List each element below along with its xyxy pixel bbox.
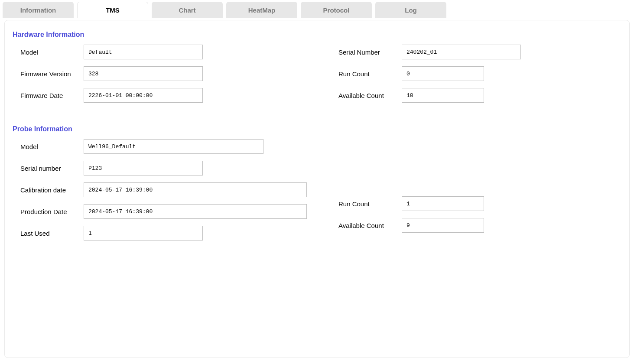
probe-serial-number-label: Serial number <box>20 165 84 172</box>
probe-available-count-row: Available Count 9 <box>338 218 611 233</box>
tab-chart[interactable]: Chart <box>152 2 223 18</box>
probe-columns: Model Well96_Default Serial number P123 … <box>13 139 621 247</box>
hardware-serial-number-row: Serial Number 240202_01 <box>338 45 611 59</box>
hardware-firmware-date-row: Firmware Date 2226-01-01 00:00:00 <box>20 88 333 103</box>
probe-calibration-date-label: Calibration date <box>20 186 84 194</box>
hardware-firmware-date-field[interactable]: 2226-01-01 00:00:00 <box>84 88 203 103</box>
probe-model-field[interactable]: Well96_Default <box>84 139 263 154</box>
probe-serial-number-row: Serial number P123 <box>20 161 333 176</box>
probe-model-row: Model Well96_Default <box>20 139 333 154</box>
hardware-firmware-version-row: Firmware Version 328 <box>20 66 333 81</box>
hardware-serial-number-field[interactable]: 240202_01 <box>402 45 521 59</box>
hardware-available-count-label: Available Count <box>338 92 402 99</box>
probe-production-date-label: Production Date <box>20 208 84 215</box>
tab-heatmap[interactable]: HeatMap <box>226 2 297 18</box>
probe-model-label: Model <box>20 143 84 150</box>
hardware-available-count-field[interactable]: 10 <box>402 88 484 103</box>
probe-last-used-label: Last Used <box>20 230 84 237</box>
tab-log[interactable]: Log <box>375 2 446 18</box>
probe-calibration-date-row: Calibration date 2024-05-17 16:39:00 <box>20 182 333 197</box>
probe-production-date-field[interactable]: 2024-05-17 16:39:00 <box>84 204 307 219</box>
hardware-available-count-row: Available Count 10 <box>338 88 611 103</box>
probe-run-count-field[interactable]: 1 <box>402 196 484 211</box>
hardware-columns: Model Default Firmware Version 328 Firmw… <box>13 45 621 110</box>
probe-last-used-field[interactable]: 1 <box>84 226 203 240</box>
content-panel: Hardware Information Model Default Firmw… <box>4 20 630 358</box>
probe-last-used-row: Last Used 1 <box>20 226 333 240</box>
tab-bar: Information TMS Chart HeatMap Protocol L… <box>0 0 634 18</box>
probe-calibration-date-field[interactable]: 2024-05-17 16:39:00 <box>84 182 307 197</box>
tab-protocol[interactable]: Protocol <box>301 2 372 18</box>
probe-section-title: Probe Information <box>13 125 621 133</box>
probe-available-count-field[interactable]: 9 <box>402 218 484 233</box>
hardware-run-count-field[interactable]: 0 <box>402 66 484 81</box>
probe-run-count-label: Run Count <box>338 200 402 208</box>
probe-serial-number-field[interactable]: P123 <box>84 161 203 176</box>
hardware-firmware-version-field[interactable]: 328 <box>84 66 203 81</box>
tab-tms[interactable]: TMS <box>77 2 148 18</box>
hardware-model-field[interactable]: Default <box>84 45 203 59</box>
hardware-firmware-version-label: Firmware Version <box>20 70 84 78</box>
hardware-run-count-label: Run Count <box>338 70 402 78</box>
hardware-model-label: Model <box>20 49 84 56</box>
hardware-section-title: Hardware Information <box>13 31 621 39</box>
tab-information[interactable]: Information <box>3 2 74 18</box>
hardware-firmware-date-label: Firmware Date <box>20 92 84 99</box>
hardware-run-count-row: Run Count 0 <box>338 66 611 81</box>
probe-available-count-label: Available Count <box>338 222 402 229</box>
probe-production-date-row: Production Date 2024-05-17 16:39:00 <box>20 204 333 219</box>
hardware-serial-number-label: Serial Number <box>338 49 402 56</box>
hardware-model-row: Model Default <box>20 45 333 59</box>
probe-run-count-row: Run Count 1 <box>338 196 611 211</box>
